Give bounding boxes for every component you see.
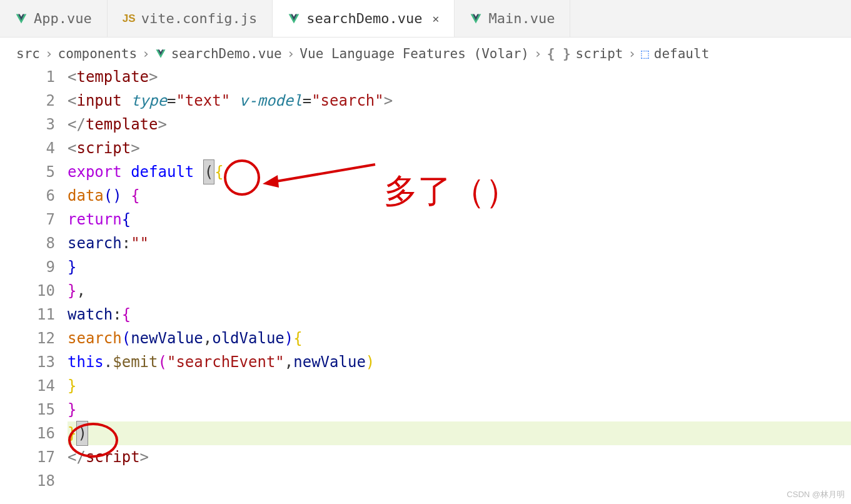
code-line: <script> <box>68 136 851 160</box>
chevron-right-icon: › <box>534 46 542 61</box>
breadcrumb-item[interactable]: components <box>58 46 137 61</box>
code-line: </script> <box>68 445 851 469</box>
code-line: export default ({ <box>68 160 851 184</box>
chevron-right-icon: › <box>142 46 150 61</box>
tab-search-demo[interactable]: searchDemo.vue ✕ <box>273 0 455 37</box>
code-line <box>68 469 851 493</box>
code-line: } <box>68 374 851 398</box>
tab-app-vue[interactable]: App.vue <box>0 0 108 37</box>
code-line: </template> <box>68 113 851 136</box>
tab-label: App.vue <box>34 11 92 26</box>
tab-vite-config[interactable]: JS vite.config.js <box>108 0 273 37</box>
breadcrumb-item[interactable]: default <box>654 46 710 61</box>
close-icon[interactable]: ✕ <box>433 12 440 25</box>
breadcrumb-item[interactable]: Vue Language Features (Volar) <box>300 46 529 61</box>
watermark: CSDN @林月明 <box>787 489 845 500</box>
breadcrumb-item[interactable]: src <box>16 46 40 61</box>
code-line: this.$emit("searchEvent",newValue) <box>68 350 851 374</box>
code-line: } <box>68 255 851 279</box>
braces-icon: { } <box>547 46 571 61</box>
code-line: <input type="text" v-model="search"> <box>68 89 851 113</box>
vue-icon <box>155 48 166 59</box>
code-line: }, <box>68 279 851 303</box>
breadcrumb-item[interactable]: script <box>576 46 623 61</box>
code-line: search(newValue,oldValue){ <box>68 326 851 350</box>
code-line: search:"" <box>68 231 851 255</box>
tab-label: searchDemo.vue <box>306 11 422 26</box>
tab-main-vue[interactable]: Main.vue <box>455 0 570 37</box>
code-line: watch:{ <box>68 303 851 326</box>
cube-icon: ⬚ <box>641 46 649 61</box>
chevron-right-icon: › <box>287 46 295 61</box>
code-line: data() { <box>68 184 851 208</box>
vue-icon <box>288 13 300 25</box>
code-editor[interactable]: 1 2 3 4 5 6 7 8 9 10 11 12 13 14 15 16 1… <box>0 65 851 493</box>
chevron-right-icon: › <box>628 46 636 61</box>
code-line: <template> <box>68 65 851 89</box>
tab-label: vite.config.js <box>141 11 257 26</box>
editor-tabs: App.vue JS vite.config.js searchDemo.vue… <box>0 0 851 38</box>
code-line: }) <box>68 421 851 445</box>
line-gutter: 1 2 3 4 5 6 7 8 9 10 11 12 13 14 15 16 1… <box>0 65 68 493</box>
code-line: return{ <box>68 208 851 231</box>
js-icon: JS <box>123 13 135 25</box>
chevron-right-icon: › <box>45 46 53 61</box>
code-area[interactable]: <template> <input type="text" v-model="s… <box>68 65 851 493</box>
vue-icon <box>15 13 28 25</box>
tab-label: Main.vue <box>488 11 555 26</box>
breadcrumb: src › components › searchDemo.vue › Vue … <box>0 38 851 65</box>
code-line: } <box>68 398 851 421</box>
vue-icon <box>470 13 482 25</box>
breadcrumb-item[interactable]: searchDemo.vue <box>171 46 282 61</box>
